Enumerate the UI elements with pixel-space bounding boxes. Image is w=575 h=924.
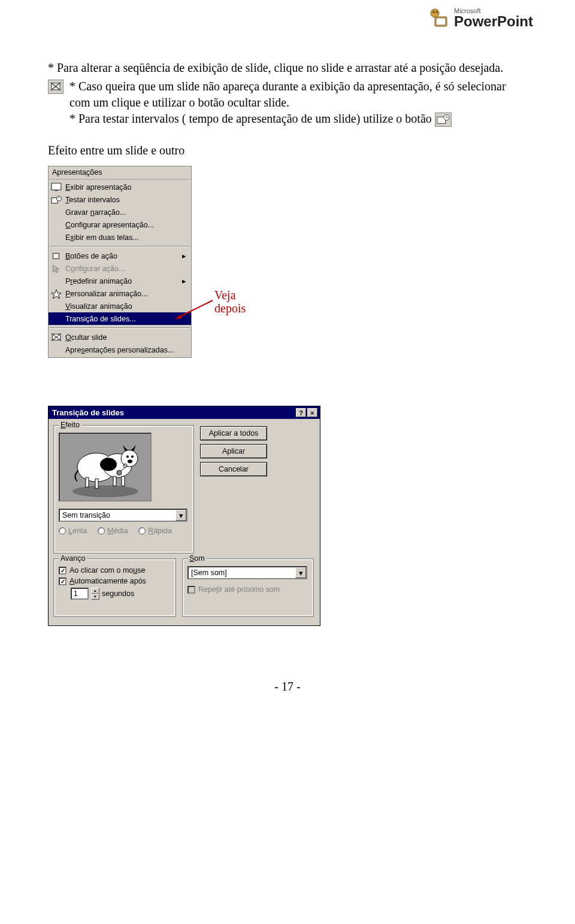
menu-item-configurar-acao: Configurar ação... xyxy=(49,262,191,275)
dialog-titlebar: Transição de slides ? × xyxy=(49,406,320,419)
menu-item-duastelas[interactable]: Exibir em duas telas... xyxy=(49,231,191,244)
check-auto-label: Automaticamente após xyxy=(69,577,146,585)
menu-label: Apresentações personalizadas... xyxy=(65,346,174,354)
rehearse-timings-icon xyxy=(435,113,452,127)
annotation-text: Veja depois xyxy=(214,288,246,315)
menu-item-testar[interactable]: Testar intervalos xyxy=(49,193,191,206)
seconds-input[interactable]: 1 xyxy=(71,588,89,600)
sound-legend: Som xyxy=(187,554,207,563)
subtitle: Efeito entre um slide e outro xyxy=(48,144,527,157)
menu-label: Configurar apresentação... xyxy=(65,221,154,229)
close-button[interactable]: × xyxy=(307,408,317,417)
menu-separator xyxy=(50,246,190,247)
svg-point-38 xyxy=(117,470,122,475)
svg-point-3 xyxy=(432,11,435,13)
hide-slide-icon xyxy=(48,80,63,94)
menu-label: Configurar ação... xyxy=(65,265,125,273)
effect-preview xyxy=(59,433,152,501)
menu-label: Testar intervalos xyxy=(65,196,120,204)
check-loop-label: Repetir até próximo som xyxy=(198,585,280,594)
spinner-buttons[interactable]: ▴▾ xyxy=(91,588,99,600)
svg-point-4 xyxy=(435,11,438,13)
paragraph-3: * Para testar intervalos ( tempo de apre… xyxy=(69,112,432,125)
svg-point-29 xyxy=(126,455,129,458)
sound-value: [Sem som] xyxy=(191,569,227,577)
svg-rect-12 xyxy=(52,183,61,190)
svg-rect-1 xyxy=(436,18,446,25)
dropdown-arrow-icon: ▾ xyxy=(175,510,186,521)
transition-dropdown[interactable]: Sem transição ▾ xyxy=(59,509,187,522)
menu-item-exibir[interactable]: Exibir apresentação xyxy=(49,181,191,193)
svg-point-2 xyxy=(431,9,439,17)
check-loop: Repetir até próximo som xyxy=(187,585,308,594)
menu-label: Ocultar slide xyxy=(65,333,107,342)
dropdown-arrow-icon: ▾ xyxy=(295,567,306,578)
logo-product-text: PowerPoint xyxy=(454,14,533,29)
square-icon xyxy=(51,251,62,261)
clock-icon xyxy=(51,195,62,205)
check-onclick-label: Ao clicar com o mouse xyxy=(69,566,145,575)
transition-value: Sem transição xyxy=(62,511,110,519)
svg-point-27 xyxy=(100,458,117,471)
page-number: - 17 - xyxy=(48,680,527,694)
apply-all-button[interactable]: Aplicar a todos xyxy=(200,426,267,440)
svg-line-21 xyxy=(178,300,213,317)
menu-label: Visualizar animação xyxy=(65,302,132,311)
check-onclick[interactable]: ✓ Ao clicar com o mouse xyxy=(59,566,171,575)
menu-item-predefinir[interactable]: Predefinir animação ▸ xyxy=(49,275,191,287)
screen-icon xyxy=(51,183,62,192)
paragraph-1: * Para alterar a seqüência de exibição d… xyxy=(48,60,527,76)
svg-rect-34 xyxy=(113,476,116,486)
menu-label: Predefinir animação xyxy=(65,277,178,285)
radio-lenta: Lenta xyxy=(59,527,87,535)
transition-dialog: Transição de slides ? × Efeito xyxy=(48,406,320,626)
menu-item-transicao[interactable]: Transição de slides... xyxy=(49,312,191,325)
menu-label: Botões de ação xyxy=(65,252,178,260)
svg-rect-33 xyxy=(95,479,98,488)
menu-item-configurar[interactable]: Configurar apresentação... xyxy=(49,218,191,231)
menu-item-gravar[interactable]: Gravar narração... xyxy=(49,206,191,218)
svg-point-28 xyxy=(121,450,138,467)
svg-point-30 xyxy=(131,455,134,458)
menu-label: Transição de slides... xyxy=(65,315,136,323)
annotation-arrow-icon xyxy=(174,299,216,320)
apply-button[interactable]: Aplicar xyxy=(200,444,267,458)
menu-label: Exibir em duas telas... xyxy=(65,233,139,242)
svg-rect-32 xyxy=(86,478,89,487)
menu-item-personalizar[interactable]: Personalizar animação... xyxy=(49,287,191,300)
powerpoint-logo: Microsoft PowerPoint xyxy=(426,6,533,30)
svg-rect-17 xyxy=(53,253,59,259)
submenu-arrow-icon: ▸ xyxy=(182,251,186,260)
presentations-menu: Apresentações Exibir apresentação Testar… xyxy=(48,166,192,358)
svg-marker-22 xyxy=(175,315,182,319)
star-icon xyxy=(51,289,62,299)
menu-item-personalizadas[interactable]: Apresentações personalizadas... xyxy=(49,344,191,356)
svg-point-31 xyxy=(128,460,132,463)
svg-point-24 xyxy=(72,485,138,497)
menu-item-ocultar[interactable]: Ocultar slide xyxy=(49,331,191,344)
menu-item-visualizar[interactable]: Visualizar animação xyxy=(49,300,191,312)
sound-dropdown[interactable]: [Sem som] ▾ xyxy=(187,566,307,579)
menu-separator xyxy=(50,327,190,329)
cancel-button[interactable]: Cancelar xyxy=(200,462,267,476)
effect-legend: Efeito xyxy=(59,421,81,429)
menu-title: Apresentações xyxy=(49,166,191,180)
dialog-title: Transição de slides xyxy=(52,408,124,417)
pointer-icon xyxy=(51,264,62,273)
menu-item-botoes[interactable]: Botões de ação ▸ xyxy=(49,250,191,262)
radio-media: Média xyxy=(98,527,128,535)
radio-rapida: Rápida xyxy=(138,527,172,535)
svg-rect-35 xyxy=(122,476,125,486)
advance-legend: Avanço xyxy=(59,554,87,563)
paragraph-2: * Caso queira que um slide não apareça d… xyxy=(69,80,506,109)
menu-label: Gravar narração... xyxy=(65,208,126,217)
menu-label: Exibir apresentação xyxy=(65,183,132,192)
ppt-logo-icon xyxy=(426,6,450,30)
submenu-arrow-icon: ▸ xyxy=(182,276,186,285)
seconds-label: segundos xyxy=(102,589,134,598)
hide-icon xyxy=(51,333,62,342)
check-auto[interactable]: ✓ Automaticamente após xyxy=(59,577,171,585)
help-button[interactable]: ? xyxy=(296,408,306,417)
menu-label: Personalizar animação... xyxy=(65,290,148,298)
